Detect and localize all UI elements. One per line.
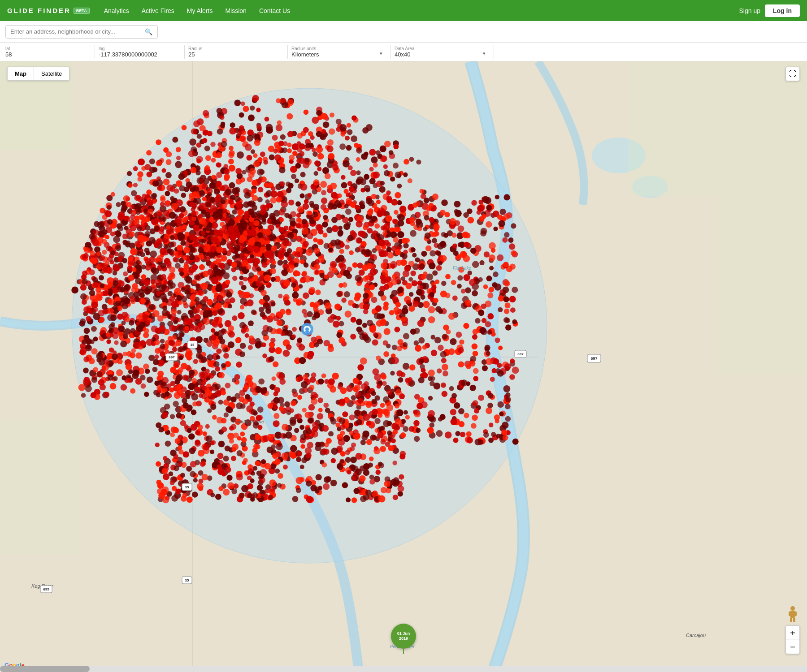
svg-point-4104 — [367, 420, 372, 425]
svg-point-1992 — [339, 249, 344, 254]
svg-point-2693 — [112, 353, 118, 360]
svg-point-1108 — [352, 263, 358, 268]
svg-point-3647 — [212, 415, 217, 420]
svg-point-2855 — [374, 418, 381, 424]
svg-point-2964 — [417, 226, 422, 231]
svg-point-1192 — [313, 306, 319, 312]
svg-point-3333 — [503, 385, 511, 392]
nav-analytics[interactable]: Analytics — [104, 7, 129, 14]
svg-point-2065 — [257, 232, 263, 238]
svg-point-4029 — [306, 480, 312, 487]
zoom-in-button[interactable]: + — [785, 625, 800, 640]
svg-point-2680 — [130, 224, 137, 231]
zoom-out-button[interactable]: − — [785, 640, 800, 654]
data-area-select[interactable]: 40x40 20x20 80x80 — [395, 51, 490, 58]
svg-point-289 — [345, 209, 351, 215]
nav-my-alerts[interactable]: My Alerts — [187, 7, 213, 14]
svg-point-1885 — [331, 217, 338, 223]
radius-input[interactable] — [188, 51, 284, 58]
svg-point-2090 — [134, 241, 140, 247]
svg-point-1346 — [265, 117, 269, 122]
svg-point-2411 — [143, 279, 150, 286]
svg-point-671 — [247, 135, 253, 142]
svg-point-876 — [303, 293, 309, 299]
svg-point-1871 — [242, 260, 248, 266]
svg-point-3770 — [239, 492, 244, 498]
svg-point-3889 — [175, 438, 181, 444]
svg-point-71 — [291, 174, 296, 179]
svg-point-1260 — [299, 278, 304, 283]
svg-point-1691 — [273, 149, 278, 154]
radius-units-select[interactable]: Kilometers Miles — [291, 51, 387, 58]
svg-point-1712 — [429, 263, 435, 269]
svg-point-3990 — [192, 491, 198, 498]
svg-point-2519 — [213, 215, 218, 220]
svg-point-4019 — [215, 494, 221, 500]
svg-point-1972 — [191, 128, 197, 134]
pegman[interactable] — [785, 606, 800, 624]
svg-point-3216 — [437, 243, 443, 250]
map-type-satellite[interactable]: Satellite — [34, 67, 69, 80]
svg-point-1722 — [221, 200, 226, 204]
svg-point-3254 — [503, 317, 509, 323]
map-container[interactable]: 35 697 697 697 Paddle Prairie Keg River … — [0, 61, 807, 672]
svg-point-1851 — [248, 272, 254, 278]
svg-point-1939 — [299, 158, 305, 164]
svg-point-3731 — [165, 440, 171, 447]
nav-active-fires[interactable]: Active Fires — [142, 7, 174, 14]
svg-point-2554 — [83, 368, 89, 374]
map-scrollbar-thumb[interactable] — [0, 666, 90, 672]
svg-point-2802 — [178, 234, 184, 241]
svg-point-1088 — [389, 150, 394, 155]
svg-point-3044 — [442, 364, 448, 370]
svg-point-3438 — [474, 439, 481, 445]
svg-point-2849 — [184, 326, 189, 331]
map-type-map[interactable]: Map — [8, 67, 34, 80]
svg-point-1882 — [336, 291, 342, 297]
svg-point-1468 — [229, 127, 236, 134]
svg-point-3474 — [297, 395, 302, 400]
svg-point-3782 — [318, 379, 324, 385]
svg-point-3152 — [471, 200, 477, 206]
svg-point-4062 — [306, 428, 312, 435]
svg-point-55 — [243, 106, 249, 112]
nav-contact-us[interactable]: Contact Us — [259, 7, 290, 14]
svg-point-1661 — [309, 143, 314, 148]
svg-point-2878 — [454, 402, 460, 409]
svg-point-2559 — [169, 282, 176, 289]
svg-point-2779 — [200, 357, 207, 363]
svg-point-213 — [393, 163, 399, 168]
svg-point-1565 — [251, 149, 255, 154]
svg-point-4123 — [347, 470, 351, 474]
svg-point-1615 — [241, 329, 246, 334]
svg-point-2147 — [216, 355, 220, 359]
svg-point-2859 — [423, 227, 427, 232]
nav-mission[interactable]: Mission — [225, 7, 246, 14]
svg-point-1768 — [221, 344, 226, 349]
svg-point-2761 — [178, 355, 183, 360]
svg-point-3992 — [296, 487, 301, 493]
svg-point-3264 — [392, 345, 397, 350]
svg-point-3117 — [422, 283, 429, 290]
svg-point-2755 — [100, 283, 104, 288]
svg-point-1604 — [228, 159, 234, 164]
svg-point-3025 — [455, 431, 460, 436]
search-icon[interactable]: 🔍 — [145, 28, 152, 35]
svg-point-1673 — [235, 201, 243, 208]
map-scrollbar[interactable] — [0, 666, 807, 672]
svg-point-2711 — [93, 313, 100, 320]
svg-point-419 — [250, 105, 255, 110]
svg-point-2988 — [448, 313, 455, 319]
svg-point-2587 — [147, 199, 153, 206]
svg-point-3467 — [210, 450, 214, 454]
svg-point-2520 — [134, 219, 139, 225]
svg-point-2056 — [369, 149, 376, 155]
login-button[interactable]: Log in — [765, 4, 800, 17]
svg-point-2281 — [116, 202, 121, 207]
signup-button[interactable]: Sign up — [739, 7, 760, 14]
fullscreen-button[interactable]: ⛶ — [785, 67, 800, 81]
svg-point-2053 — [235, 337, 242, 344]
svg-point-1093 — [348, 192, 353, 197]
search-input[interactable] — [10, 28, 145, 35]
svg-point-2024 — [321, 204, 326, 210]
